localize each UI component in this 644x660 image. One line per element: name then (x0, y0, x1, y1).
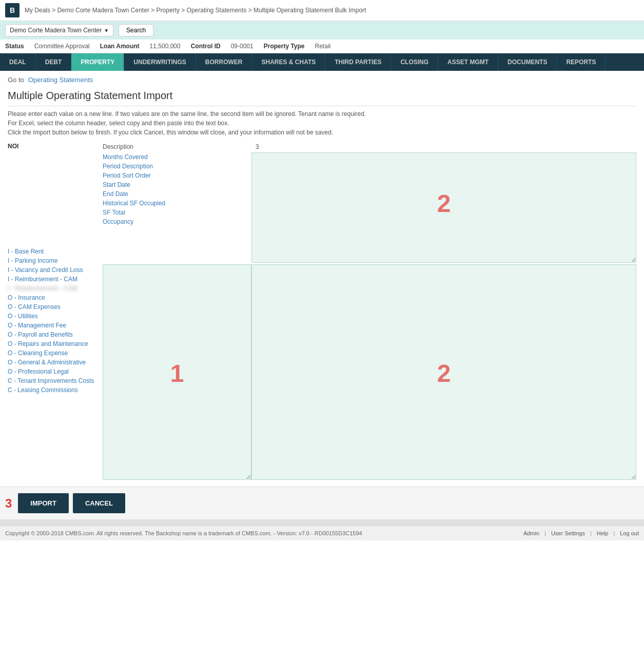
tab-debt[interactable]: DEBT (36, 53, 72, 71)
footer-admin[interactable]: Admin (523, 530, 539, 536)
deal-name: Demo Corte Madera Town Center (10, 27, 102, 34)
cancel-button[interactable]: CANCEL (73, 493, 125, 513)
search-button[interactable]: Search (119, 24, 153, 36)
tab-asset-mgmt[interactable]: ASSET MGMT (438, 53, 498, 71)
desc-spacer (8, 153, 101, 247)
income-parking[interactable]: I - Parking Income (8, 256, 101, 265)
field-months[interactable]: Months Covered (103, 152, 251, 162)
bottom-textarea1-wrapper: 1 (103, 264, 251, 481)
field-start-date[interactable]: Start Date (103, 180, 251, 189)
main-content: Go to Operating Statements Multiple Oper… (0, 71, 644, 487)
top-section: Description Months Covered Period Descri… (103, 142, 636, 264)
bottom-section: 1 2 (103, 264, 636, 481)
expense-utilities[interactable]: O - Utilities (8, 312, 101, 321)
property-type-label: Property Type (264, 43, 305, 50)
instruction-2: For Excel, select the column header, sel… (8, 120, 636, 127)
col3-header: 3 (251, 142, 636, 152)
loan-amount-value: 11,500,000 (150, 43, 181, 50)
control-id-value: 09-0001 (231, 43, 253, 50)
search-bar: Demo Corte Madera Town Center ▼ Search (0, 21, 644, 40)
tab-third-parties[interactable]: THIRD PARTIES (325, 53, 391, 71)
bottom-textarea2-wrapper: 2 (251, 264, 636, 481)
top-textarea-wrapper: 3 2 (251, 142, 636, 264)
income-vacancy[interactable]: I - Vacancy and Credit Loss (8, 265, 101, 275)
bottom-buttons: 3 IMPORT CANCEL (0, 487, 644, 519)
right-main: Description Months Covered Period Descri… (103, 142, 636, 481)
footer-help[interactable]: Help (597, 530, 609, 536)
desc-header: Description (103, 142, 251, 152)
noi-header-spacer: NOI (8, 142, 101, 153)
deal-selector[interactable]: Demo Corte Madera Town Center ▼ (5, 24, 113, 36)
footer-links: Admin | User Settings | Help | Log out (523, 530, 639, 536)
page-title: Multiple Operating Statement Import (8, 90, 636, 106)
horizontal-scrollbar[interactable] (0, 519, 644, 526)
footer-sep3: | (613, 530, 615, 536)
field-period-sort[interactable]: Period Sort Order (103, 171, 251, 180)
expense-mgmt-fee[interactable]: O - Management Fee (8, 321, 101, 330)
expense-cam[interactable]: O - CAM Expenses (8, 302, 101, 312)
tab-reports[interactable]: REPORTS (557, 53, 606, 71)
brand-logo: B (5, 3, 19, 17)
footer-sep1: | (544, 530, 546, 536)
description-area: Description Months Covered Period Descri… (103, 142, 251, 264)
goto-link[interactable]: Operating Statements (28, 76, 93, 84)
income-base-rent[interactable]: I - Base Rent (8, 247, 101, 256)
status-bar: Status Committee Approval Loan Amount 11… (0, 40, 644, 53)
import-button[interactable]: IMPORT (18, 493, 69, 513)
expense-repairs[interactable]: O - Repairs and Maintenance (8, 339, 101, 348)
nav-tabs: DEAL DEBT PROPERTY UNDERWRITINGS BORROWE… (0, 53, 644, 71)
chevron-down-icon: ▼ (104, 28, 109, 33)
top-bar: B My Deals > Demo Corte Madera Town Cent… (0, 0, 644, 21)
button-badge: 3 (5, 496, 12, 511)
bottom-textarea-right[interactable] (251, 264, 636, 480)
tab-closing[interactable]: CLOSING (391, 53, 438, 71)
footer: Copyright © 2000-2018 CMBS.com. All righ… (0, 526, 644, 540)
goto-bar: Go to Operating Statements (8, 76, 636, 84)
noi-label: NOI (8, 143, 18, 150)
expense-prof-legal[interactable]: O - Professional Legal (8, 367, 101, 376)
income-reimb-cam-blurred: I - Reimbursement - CAM (8, 284, 101, 293)
field-period-desc[interactable]: Period Description (103, 162, 251, 171)
expense-gen-admin[interactable]: O - General & Administrative (8, 358, 101, 367)
tab-borrower[interactable]: BORROWER (196, 53, 252, 71)
footer-copyright: Copyright © 2000-2018 CMBS.com. All righ… (5, 530, 362, 536)
bottom-textarea-left[interactable] (103, 264, 251, 480)
tab-deal[interactable]: DEAL (0, 53, 36, 71)
import-layout: NOI I - Base Rent I - Parking Income I -… (8, 142, 636, 481)
tab-shares-chats[interactable]: SHARES & CHATS (252, 53, 325, 71)
status-value: Committee Approval (34, 43, 90, 50)
control-id-label: Control ID (191, 43, 221, 50)
goto-label: Go to (8, 76, 24, 84)
field-sf-total[interactable]: SF Total (103, 208, 251, 217)
tab-documents[interactable]: DOCUMENTS (498, 53, 557, 71)
property-type-value: Retail (315, 43, 331, 50)
footer-sep2: | (590, 530, 592, 536)
labels-column: NOI I - Base Rent I - Parking Income I -… (8, 142, 103, 481)
field-hist-sf[interactable]: Historical SF Occupied (103, 199, 251, 208)
breadcrumb: My Deals > Demo Corte Madera Town Center… (25, 7, 366, 14)
expense-insurance[interactable]: O - Insurance (8, 293, 101, 302)
expense-cleaning[interactable]: O - Cleaning Expense (8, 348, 101, 358)
top-textarea[interactable] (251, 152, 636, 263)
status-label: Status (5, 43, 24, 50)
footer-logout[interactable]: Log out (620, 530, 639, 536)
tab-underwritings[interactable]: UNDERWRITINGS (124, 53, 196, 71)
tab-property[interactable]: PROPERTY (71, 53, 124, 71)
income-reimb-cam[interactable]: I - Reimbursement - CAM (8, 275, 101, 284)
instruction-3: Click the Import button below to finish.… (8, 129, 636, 136)
footer-user-settings[interactable]: User Settings (551, 530, 585, 536)
field-end-date[interactable]: End Date (103, 189, 251, 199)
expense-tenant-imp[interactable]: C - Tenant Improvements Costs (8, 376, 101, 385)
expense-payroll[interactable]: O - Payroll and Benefits (8, 330, 101, 339)
instruction-1: Please enter each value on a new line. I… (8, 110, 636, 118)
loan-amount-label: Loan Amount (100, 43, 140, 50)
expense-leasing-comm[interactable]: C - Leasing Commissions (8, 385, 101, 395)
field-occupancy[interactable]: Occupancy (103, 217, 251, 226)
